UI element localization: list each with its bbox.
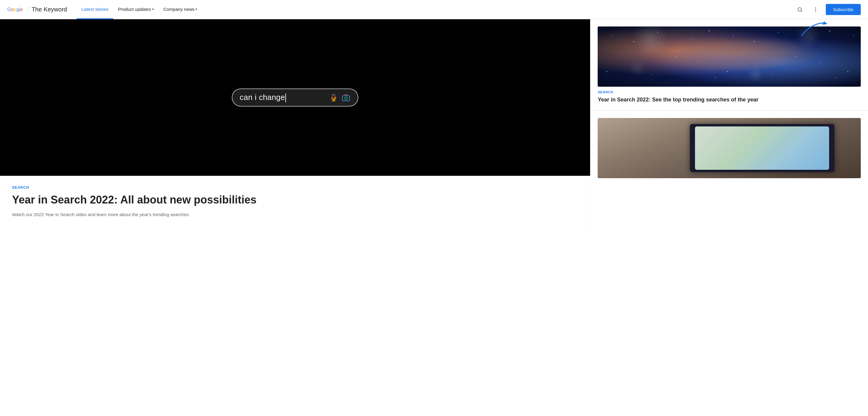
navbar: Google The Keyword Latest stories Produc…: [0, 0, 868, 19]
car-dashboard-image: [598, 118, 861, 178]
site-name: The Keyword: [28, 6, 67, 13]
hero-section: can i change: [0, 19, 590, 228]
hero-title: Year in Search 2022: All about new possi…: [12, 193, 578, 206]
svg-point-0: [798, 7, 801, 11]
mic-icon: [330, 93, 338, 102]
svg-line-1: [801, 10, 802, 12]
sidebar: SEARCH Year in Search 2022: See the top …: [590, 19, 868, 228]
main-layout: can i change: [0, 19, 868, 228]
subscribe-button[interactable]: Subscribe: [826, 4, 861, 15]
svg-point-6: [333, 94, 335, 99]
svg-rect-9: [342, 96, 350, 101]
logo-link[interactable]: Google The Keyword: [7, 6, 67, 13]
nav-latest-stories[interactable]: Latest stories: [76, 0, 113, 19]
search-bar-overlay: can i change: [232, 89, 358, 107]
sidebar-card-2: [590, 110, 868, 185]
google-o2: o: [13, 7, 16, 12]
google-o1: o: [11, 7, 13, 12]
search-query-text: can i change: [240, 93, 326, 102]
sidebar-title-1[interactable]: Year in Search 2022: See the top trendin…: [598, 96, 861, 103]
nav-links: Latest stories Product updates ▾ Company…: [76, 0, 202, 19]
google-g2: g: [16, 7, 19, 12]
search-button[interactable]: [795, 4, 805, 15]
sidebar-category-1: SEARCH: [598, 90, 861, 94]
svg-point-10: [345, 97, 347, 100]
nav-product-updates[interactable]: Product updates ▾: [113, 0, 158, 19]
product-updates-chevron-icon: ▾: [152, 7, 154, 11]
google-g: G: [7, 7, 11, 12]
google-logo: Google: [7, 7, 23, 12]
camera-icon: [341, 93, 350, 102]
search-cursor: [285, 93, 286, 102]
sidebar-card-1: SEARCH Year in Search 2022: See the top …: [590, 19, 868, 110]
svg-point-2: [815, 7, 816, 8]
nebula-image: [598, 27, 861, 87]
google-e: e: [20, 7, 23, 12]
company-news-chevron-icon: ▾: [195, 7, 197, 11]
svg-point-3: [815, 9, 816, 10]
more-vert-icon: [812, 7, 818, 13]
hero-description: Watch our 2022 Year in Search video and …: [12, 211, 578, 218]
more-options-button[interactable]: [810, 4, 821, 15]
nav-company-news[interactable]: Company news ▾: [158, 0, 202, 19]
hero-video-area: can i change: [0, 19, 590, 176]
navbar-actions: Subscribe: [795, 4, 861, 15]
hero-category: SEARCH: [12, 185, 578, 189]
search-icon: [797, 7, 803, 13]
hero-content: SEARCH Year in Search 2022: All about ne…: [0, 176, 590, 228]
svg-point-4: [815, 11, 816, 12]
